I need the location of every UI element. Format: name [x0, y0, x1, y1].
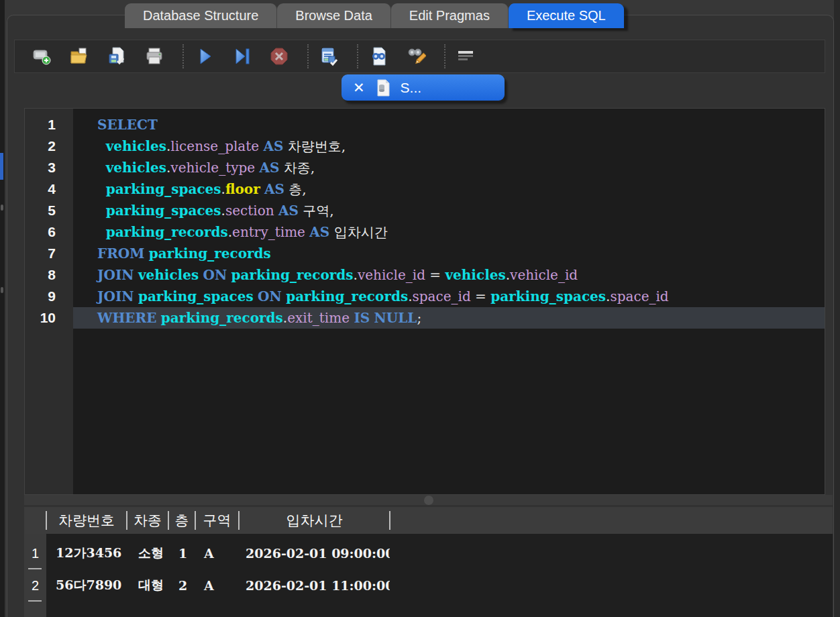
column-header-1[interactable]: 차량번호 — [47, 511, 126, 530]
token-tbl: vehicles — [106, 160, 166, 176]
token-kw: SELECT — [97, 117, 158, 133]
token-pl: = — [471, 288, 490, 304]
token-pl: 차종, — [279, 160, 315, 176]
background-dot — [1, 205, 3, 211]
main-tab-bar: Database StructureBrowse DataEdit Pragma… — [125, 3, 624, 28]
token-fn: floor — [225, 181, 260, 197]
table-cell[interactable]: 대형 — [127, 577, 168, 594]
token-tbl: parking_records — [286, 288, 408, 304]
token-tbl: parking_spaces — [106, 203, 221, 219]
token-pl — [97, 224, 106, 240]
token-kw: WHERE — [97, 310, 156, 326]
find-replace-icon[interactable] — [405, 46, 427, 67]
sql-document-tab[interactable]: ✕ S... — [342, 74, 505, 101]
token-pl — [97, 203, 106, 219]
stop-icon[interactable] — [268, 46, 290, 67]
execute-all-icon[interactable] — [193, 46, 215, 67]
token-tbl: vehicles — [445, 267, 505, 283]
code-line: 10WHERE parking_records.exit_time IS NUL… — [25, 307, 825, 329]
table-cell[interactable]: 12가3456 — [46, 545, 127, 562]
splitter-grip-icon[interactable] — [424, 496, 433, 505]
editor-results-splitter[interactable] — [24, 495, 833, 505]
code-line: 7FROM parking_records — [25, 243, 825, 264]
table-cell[interactable]: 2026-02-01 09:00:00 — [239, 546, 390, 561]
code-line: 8JOIN vehicles ON parking_records.vehicl… — [25, 264, 825, 286]
table-cell[interactable]: 2 — [168, 578, 195, 593]
print-icon[interactable] — [144, 46, 165, 67]
main-window-panel: ✕ S... 1SELECT2 vehicles.license_plate A… — [7, 15, 834, 617]
code-line: 6 parking_records.entry_time AS 입차시간 — [25, 221, 825, 243]
table-cell[interactable]: 2026-02-01 11:00:00 — [239, 578, 390, 593]
column-header-3[interactable]: 층 — [169, 511, 195, 530]
tab-execute-sql[interactable]: Execute SQL — [509, 3, 624, 28]
sql-editor[interactable]: 1SELECT2 vehicles.license_plate AS 차량번호,… — [24, 108, 825, 495]
table-row[interactable]: 256다7890대형2A2026-02-01 11:00:00 — [24, 569, 833, 602]
token-kw: AS — [309, 224, 329, 240]
toolbar-separator — [357, 44, 358, 68]
column-header-5[interactable]: 입차시간 — [240, 511, 389, 530]
execute-current-line-icon[interactable] — [231, 46, 252, 67]
find-icon[interactable] — [368, 46, 389, 67]
background-app-fragment — [0, 153, 3, 180]
token-tbl: parking_records — [161, 310, 283, 326]
token-col: exit_time — [287, 310, 350, 326]
line-number: 8 — [25, 264, 73, 286]
column-header-4[interactable]: 구역 — [196, 511, 238, 530]
line-number: 9 — [25, 286, 73, 307]
row-number[interactable]: 1 — [24, 537, 46, 569]
table-cell[interactable]: 소형 — [127, 545, 168, 562]
code-text: parking_spaces.floor AS 층, — [73, 178, 825, 200]
toolbar-separator — [182, 44, 184, 68]
token-col: entry_time — [232, 224, 305, 240]
table-cell[interactable]: A — [195, 546, 239, 561]
results-rows: 112가3456소형1A2026-02-01 09:00:00256다7890대… — [24, 537, 833, 602]
code-text: SELECT — [73, 114, 825, 135]
code-line: 9JOIN parking_spaces ON parking_records.… — [25, 286, 825, 307]
background-dot — [1, 287, 3, 293]
token-tbl: parking_records — [231, 267, 354, 283]
code-text: JOIN parking_spaces ON parking_records.s… — [73, 286, 825, 307]
token-kw: AS — [278, 203, 299, 219]
token-pl: 차량번호, — [283, 138, 346, 154]
token-col: license_plate — [170, 138, 259, 154]
save-results-icon[interactable] — [318, 46, 339, 67]
row-number[interactable]: 2 — [24, 569, 46, 602]
token-kw: ON — [258, 288, 282, 304]
tab-browse-data[interactable]: Browse Data — [277, 3, 391, 28]
line-number: 2 — [25, 135, 73, 157]
token-pl: = — [425, 267, 445, 283]
token-kw: FROM — [97, 245, 144, 262]
code-lines: 1SELECT2 vehicles.license_plate AS 차량번호,… — [25, 109, 825, 329]
table-cell[interactable]: A — [195, 578, 239, 593]
open-sql-file-icon[interactable] — [68, 46, 90, 67]
sql-file-icon — [376, 79, 390, 97]
token-pl: 층, — [284, 181, 307, 197]
table-row[interactable]: 112가3456소형1A2026-02-01 09:00:00 — [24, 537, 833, 569]
word-wrap-icon[interactable] — [455, 46, 476, 67]
table-cell[interactable]: 56다7890 — [46, 577, 127, 594]
line-number: 6 — [25, 221, 73, 243]
token-pl: 입차시간 — [329, 224, 387, 240]
token-tbl: parking_records — [149, 245, 271, 262]
token-col: section — [225, 203, 274, 219]
tab-edit-pragmas[interactable]: Edit Pragmas — [391, 3, 509, 28]
window-left-edge — [0, 0, 5, 617]
token-kw: ON — [203, 267, 227, 283]
table-cell[interactable]: 1 — [168, 546, 195, 561]
line-number: 10 — [25, 307, 73, 329]
column-header-2[interactable]: 차종 — [127, 511, 168, 530]
token-pl: ; — [417, 310, 421, 326]
token-pl: 구역, — [299, 203, 334, 219]
token-tbl: parking_spaces — [490, 288, 606, 304]
code-text: WHERE parking_records.exit_time IS NULL; — [73, 307, 825, 329]
toolbar-separator — [444, 44, 445, 68]
token-pl — [97, 160, 106, 176]
save-sql-file-icon[interactable] — [106, 46, 127, 67]
new-tab-icon[interactable] — [31, 46, 52, 67]
close-tab-icon[interactable]: ✕ — [353, 80, 365, 95]
code-text: JOIN vehicles ON parking_records.vehicle… — [73, 264, 825, 286]
token-tbl: parking_records — [106, 224, 228, 240]
sql-toolbar — [14, 40, 825, 73]
token-col: vehicle_id — [358, 267, 425, 283]
tab-database-structure[interactable]: Database Structure — [125, 3, 277, 28]
